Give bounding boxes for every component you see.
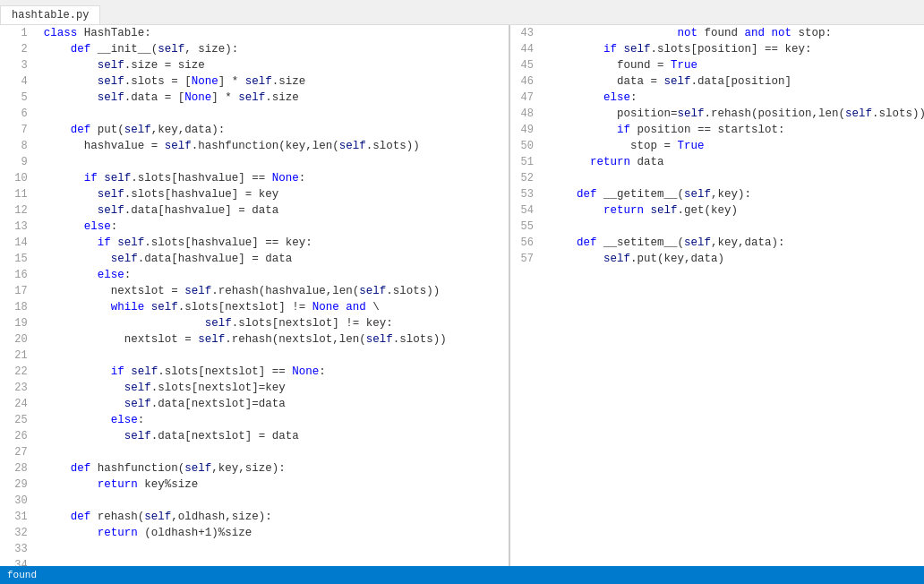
table-row: 30 xyxy=(0,493,509,509)
line-number: 17 xyxy=(0,283,37,299)
line-code: self.slots[nextslot] != key: xyxy=(37,315,509,331)
line-number: 55 xyxy=(510,219,543,235)
line-number: 4 xyxy=(0,73,37,90)
table-row: 33 xyxy=(0,541,509,557)
table-row: 43 not found and not stop: xyxy=(510,25,924,41)
line-number: 10 xyxy=(0,170,37,186)
line-number: 34 xyxy=(0,557,37,566)
right-scroll[interactable]: 43 not found and not stop:44 if self.slo… xyxy=(510,25,924,566)
table-row: 21 xyxy=(0,348,509,364)
line-number: 27 xyxy=(0,444,37,460)
table-row: 9 xyxy=(0,154,509,170)
line-number: 47 xyxy=(510,90,543,106)
line-number: 22 xyxy=(0,364,37,380)
table-row: 55 xyxy=(510,219,924,235)
table-row: 28 def hashfunction(self,key,size): xyxy=(0,460,509,477)
line-code: class HashTable: xyxy=(37,25,509,41)
code-area: 1class HashTable:2 def __init__(self, si… xyxy=(0,25,924,566)
line-number: 15 xyxy=(0,251,37,267)
editor-container: hashtable.py 1class HashTable:2 def __in… xyxy=(0,0,924,584)
table-row: 52 xyxy=(510,170,924,186)
line-code: self.size = size xyxy=(37,57,509,73)
line-number: 14 xyxy=(0,235,37,251)
line-code xyxy=(37,493,509,509)
table-row: 15 self.data[hashvalue] = data xyxy=(0,251,509,267)
table-row: 14 if self.slots[hashvalue] == key: xyxy=(0,235,509,251)
line-number: 51 xyxy=(510,154,543,170)
line-number: 33 xyxy=(0,541,37,557)
line-number: 13 xyxy=(0,219,37,235)
table-row: 57 self.put(key,data) xyxy=(510,251,924,267)
table-row: 51 return data xyxy=(510,154,924,170)
line-number: 32 xyxy=(0,525,37,541)
left-pane: 1class HashTable:2 def __init__(self, si… xyxy=(0,25,510,566)
line-code xyxy=(37,557,509,566)
table-row: 45 found = True xyxy=(510,57,924,73)
table-row: 5 self.data = [None] * self.size xyxy=(0,90,509,106)
line-code: nextslot = self.rehash(hashvalue,len(sel… xyxy=(37,283,509,299)
line-number: 50 xyxy=(510,138,543,154)
line-code: stop = True xyxy=(543,138,924,154)
table-row: 10 if self.slots[hashvalue] == None: xyxy=(0,170,509,186)
table-row: 54 return self.get(key) xyxy=(510,202,924,219)
line-number: 24 xyxy=(0,396,37,412)
line-number: 3 xyxy=(0,57,37,73)
line-number: 19 xyxy=(0,315,37,331)
line-code: self.slots[nextslot]=key xyxy=(37,380,509,396)
line-number: 23 xyxy=(0,380,37,396)
line-code: return key%size xyxy=(37,477,509,493)
line-number: 21 xyxy=(0,348,37,364)
table-row: 49 if position == startslot: xyxy=(510,122,924,138)
line-code: not found and not stop: xyxy=(543,25,924,41)
line-number: 18 xyxy=(0,299,37,315)
table-row: 56 def __setitem__(self,key,data): xyxy=(510,235,924,251)
line-code xyxy=(37,444,509,460)
line-code: data = self.data[position] xyxy=(543,73,924,90)
table-row: 13 else: xyxy=(0,219,509,235)
table-row: 19 self.slots[nextslot] != key: xyxy=(0,315,509,331)
table-row: 22 if self.slots[nextslot] == None: xyxy=(0,364,509,380)
line-code: return self.get(key) xyxy=(543,202,924,219)
line-code: position=self.rehash(position,len(self.s… xyxy=(543,106,924,122)
line-code: hashvalue = self.hashfunction(key,len(se… xyxy=(37,138,509,154)
status-bar: found xyxy=(0,566,924,584)
line-code: return (oldhash+1)%size xyxy=(37,525,509,541)
line-number: 26 xyxy=(0,428,37,444)
line-code: nextslot = self.rehash(nextslot,len(self… xyxy=(37,331,509,348)
line-code: if self.slots[hashvalue] == key: xyxy=(37,235,509,251)
line-code: def rehash(self,oldhash,size): xyxy=(37,509,509,525)
file-tab[interactable]: hashtable.py xyxy=(0,5,100,24)
table-row: 11 self.slots[hashvalue] = key xyxy=(0,186,509,202)
line-number: 56 xyxy=(510,235,543,251)
line-number: 6 xyxy=(0,106,37,122)
table-row: 25 else: xyxy=(0,412,509,428)
line-code: if self.slots[nextslot] == None: xyxy=(37,364,509,380)
line-number: 52 xyxy=(510,170,543,186)
left-code-table: 1class HashTable:2 def __init__(self, si… xyxy=(0,25,509,566)
line-code: self.data[nextslot] = data xyxy=(37,428,509,444)
right-pane: 43 not found and not stop:44 if self.slo… xyxy=(510,25,924,566)
line-code: else: xyxy=(543,90,924,106)
table-row: 44 if self.slots[position] == key: xyxy=(510,41,924,57)
table-row: 23 self.slots[nextslot]=key xyxy=(0,380,509,396)
table-row: 17 nextslot = self.rehash(hashvalue,len(… xyxy=(0,283,509,299)
line-code: found = True xyxy=(543,57,924,73)
line-code: self.put(key,data) xyxy=(543,251,924,267)
line-number: 5 xyxy=(0,90,37,106)
line-number: 53 xyxy=(510,186,543,202)
line-number: 44 xyxy=(510,41,543,57)
line-code: def hashfunction(self,key,size): xyxy=(37,460,509,477)
line-number: 45 xyxy=(510,57,543,73)
table-row: 53 def __getitem__(self,key): xyxy=(510,186,924,202)
status-text: found xyxy=(7,570,37,580)
table-row: 12 self.data[hashvalue] = data xyxy=(0,202,509,219)
line-number: 31 xyxy=(0,509,37,525)
line-number: 54 xyxy=(510,202,543,219)
line-code: self.data = [None] * self.size xyxy=(37,90,509,106)
line-code xyxy=(37,541,509,557)
line-code: self.data[hashvalue] = data xyxy=(37,202,509,219)
left-scroll[interactable]: 1class HashTable:2 def __init__(self, si… xyxy=(0,25,509,566)
line-number: 46 xyxy=(510,73,543,90)
table-row: 27 xyxy=(0,444,509,460)
line-number: 9 xyxy=(0,154,37,170)
